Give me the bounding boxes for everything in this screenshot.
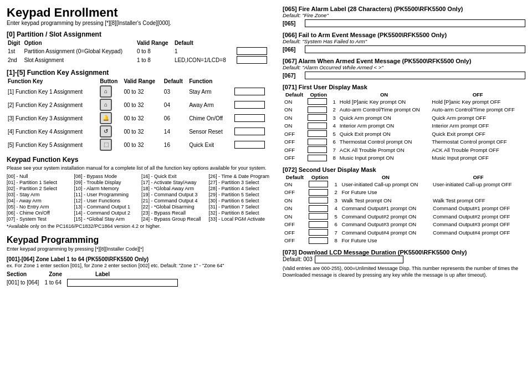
mask-on: Command Output#2 prompt ON [340,212,432,220]
table-row: OFF 6 Thermostat Control prompt ON Therm… [283,138,525,145]
section-066: [066] Fail to Arm Event Message (PK5500\… [283,32,525,53]
mask-default: OFF [283,236,307,244]
keypad-programming-title: Keypad Programming [7,235,273,246]
mask-off: Command Output#4 prompt OFF [431,228,525,236]
mask-input[interactable] [307,220,333,228]
list-item: [05] - No Entry Arm [7,204,71,210]
col-input: Option [306,91,331,98]
mask-default: ON [283,121,306,129]
key-label: [1] Function Key 1 Assignment [7,85,99,98]
key-label: [5] Function Key 5 Assignment [7,138,99,151]
mask-num: 4 [333,204,340,212]
mask-default: OFF [283,130,306,138]
key-range: 00 to 32 [122,85,162,98]
table-row: OFF 7 ACK All Trouble Prompt ON ACK All … [283,146,525,154]
list-item: [14] - Command Output 2 [74,210,139,216]
mask-off: Quick Arm prompt OFF [430,114,525,121]
key-icon: 🔔 [99,111,122,125]
mask-off: Quick Exit prompt OFF [430,130,525,138]
key-icon: ↺ [99,125,122,138]
mask-input[interactable] [306,121,331,129]
mask-input[interactable] [307,188,333,196]
cell-input[interactable] [233,55,273,64]
zone-col-headers: Section Zone Label [7,271,273,277]
mask-on: Command Output#3 prompt ON [340,220,432,228]
mask-input[interactable] [307,204,333,212]
mask-default: ON [283,204,307,212]
section-067: [067] Alarm When Armed Event Message (PK… [283,58,525,79]
table-row: ON 2 Auto-arm Control/Time prompt ON Aut… [283,105,525,113]
col-num [333,174,340,180]
mask-off: Interior Arm prompt OFF [430,121,525,129]
mask-on: Quick Exit prompt ON [338,130,430,138]
home2-icon: ⌂ [100,99,112,111]
cell-digit: 1st [7,47,23,55]
list-item: [04] - Away Arm [7,198,71,203]
zone-row: [001] to [064] 1 to 64 [7,279,273,287]
function-keys-grid: [00] - Null [08] - Bypass Mode [16] - Qu… [7,174,273,222]
mask-072-table: Default Option ON OFF ON 1 User-initiate… [283,174,525,245]
list-item: [21] - Command Output 4 [141,198,206,203]
mask-input[interactable] [307,180,333,188]
section-065-label: [065] [283,21,305,27]
mask-num: 2 [333,188,340,196]
partition-slot-title: [0] Partition / Slot Assignment [7,30,273,38]
partition-slot-table: Digit Option Valid Range Default 1st Par… [7,39,273,64]
cell-option: Partition Assignment (0=Global Keypad) [23,47,136,55]
mask-input[interactable] [306,154,331,161]
mask-071-section: [071] First User Display Mask Default Op… [283,84,525,162]
mask-input[interactable] [306,130,331,138]
mask-input[interactable] [306,105,331,113]
section-065-input[interactable] [305,19,525,27]
mask-input[interactable] [307,212,333,220]
list-item: [17] - Activate Stay/Away [141,180,206,185]
mask-input[interactable] [307,228,333,236]
mask-default: OFF [283,188,307,196]
zone-label-desc: ex. For Zone 1 enter section [001], for … [7,262,273,269]
section-073-input[interactable] [315,256,403,263]
exit-icon: ⬚ [100,139,112,151]
mask-input[interactable] [306,146,331,154]
mask-off: Hold [P]anic Key prompt OFF [430,98,525,105]
list-item: [31] - Partition 7 Select [209,204,273,210]
cell-default: 1 [173,47,234,55]
section-066-input[interactable] [305,45,525,53]
key-function: Away Arm [188,98,231,111]
section-067-input[interactable] [305,72,525,79]
list-item: [12] - User Functions [74,198,139,203]
col-option: Option [23,39,136,47]
table-row: ON 1 Hold [P]anic Key prompt ON Hold [P]… [283,98,525,105]
table-row: ON 1 User-initiated Call-up prompt ON Us… [283,180,525,188]
col-input [231,78,273,85]
list-item: [22] - *Global Disarming [141,204,206,210]
zone-label-title: [001]-[064] Zone Label 1 to 64 (PK5500\R… [7,256,273,262]
mask-input[interactable] [306,114,331,121]
section-073-input-row: Default: 003 [283,256,525,263]
list-item: [28] - Partition 4 Select [209,186,273,191]
mask-num: 7 [333,228,340,236]
left-column: Keypad Enrollment Enter keypad programmi… [7,6,273,287]
list-item: [33] - Local PGM Activate [209,216,273,222]
mask-num: 5 [331,130,337,138]
cell-input[interactable] [233,47,273,55]
mask-input[interactable] [306,138,331,145]
list-item: [06] - Chime On/Off [7,210,71,216]
col-on-label [331,91,337,98]
keypad-function-keys-section: Keypad Function Keys Please see your sys… [7,156,273,230]
mask-input[interactable] [307,236,333,244]
table-row: ON 3 Quick Arm prompt ON Quick Arm promp… [283,114,525,121]
keypad-programming-subtitle: Enter keypad programming by pressing [*]… [7,246,273,253]
zone-label-input[interactable] [67,279,178,287]
list-item: [23] - Bypass Recall [141,210,206,216]
mask-num: 8 [331,154,337,161]
keypad-programming-section: Keypad Programming Enter keypad programm… [7,235,273,287]
section-066-label: [066] [283,47,305,53]
table-row: [4] Function Key 4 Assignment ↺ 00 to 32… [7,125,273,138]
mask-input[interactable] [307,196,333,204]
mask-default: ON [283,105,306,113]
key-icon: ⌂ [99,85,122,98]
mask-input[interactable] [306,98,331,105]
mask-off: Walk Test prompt OFF [431,196,525,204]
home-icon: ⌂ [100,85,112,98]
key-label: [2] Function Key 2 Assignment [7,98,99,111]
